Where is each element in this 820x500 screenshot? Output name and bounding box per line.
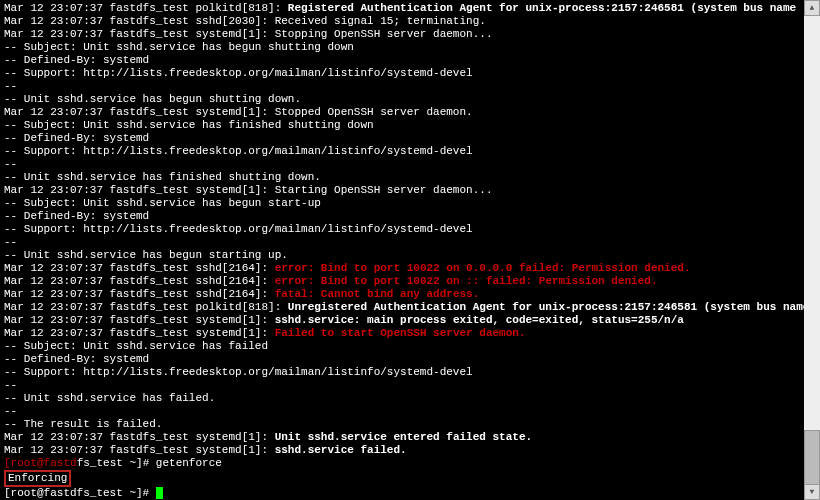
log-line: -- Subject: Unit sshd.service has begun … <box>4 41 816 54</box>
scroll-up-icon[interactable]: ▲ <box>804 0 820 16</box>
log-line: Mar 12 23:07:37 fastdfs_test systemd[1]:… <box>4 106 816 119</box>
log-line: Mar 12 23:07:37 fastdfs_test systemd[1]:… <box>4 28 816 41</box>
log-line: -- Defined-By: systemd <box>4 54 816 67</box>
log-line: -- Subject: Unit sshd.service has failed <box>4 340 816 353</box>
scroll-down-icon[interactable]: ▼ <box>804 484 820 500</box>
log-line: -- <box>4 158 816 171</box>
cursor-icon <box>156 487 163 499</box>
log-line: -- Support: http://lists.freedesktop.org… <box>4 67 816 80</box>
log-line: -- <box>4 405 816 418</box>
log-line: Mar 12 23:07:37 fastdfs_test systemd[1]:… <box>4 444 816 457</box>
log-line: Mar 12 23:07:37 fastdfs_test systemd[1]:… <box>4 184 816 197</box>
terminal-output[interactable]: Mar 12 23:07:37 fastdfs_test polkitd[818… <box>0 0 820 500</box>
log-line: -- Defined-By: systemd <box>4 353 816 366</box>
log-line: Mar 12 23:07:37 fastdfs_test systemd[1]:… <box>4 431 816 444</box>
log-line: -- Support: http://lists.freedesktop.org… <box>4 223 816 236</box>
log-line: Mar 12 23:07:37 fastdfs_test sshd[2164]:… <box>4 262 816 275</box>
log-line: -- Unit sshd.service has begun starting … <box>4 249 816 262</box>
log-line: -- <box>4 236 816 249</box>
log-line: -- Subject: Unit sshd.service has begun … <box>4 197 816 210</box>
log-line: -- Unit sshd.service has failed. <box>4 392 816 405</box>
log-line: Mar 12 23:07:37 fastdfs_test polkitd[818… <box>4 2 816 15</box>
log-line: -- <box>4 379 816 392</box>
log-line: -- <box>4 80 816 93</box>
log-line: Mar 12 23:07:37 fastdfs_test systemd[1]:… <box>4 327 816 340</box>
log-line: -- Subject: Unit sshd.service has finish… <box>4 119 816 132</box>
getenforce-output: Enforcing <box>4 470 816 487</box>
log-line: -- Support: http://lists.freedesktop.org… <box>4 366 816 379</box>
shell-prompt[interactable]: [root@fastdfs_test ~]# <box>4 487 816 500</box>
selinux-mode-highlight: Enforcing <box>4 470 71 487</box>
log-line: Mar 12 23:07:37 fastdfs_test polkitd[818… <box>4 301 816 314</box>
log-line: -- Unit sshd.service has finished shutti… <box>4 171 816 184</box>
log-line: -- The result is failed. <box>4 418 816 431</box>
vertical-scrollbar[interactable]: ▲ ▼ <box>804 0 820 500</box>
log-line: Mar 12 23:07:37 fastdfs_test systemd[1]:… <box>4 314 816 327</box>
log-line: -- Support: http://lists.freedesktop.org… <box>4 145 816 158</box>
log-line: Mar 12 23:07:37 fastdfs_test sshd[2164]:… <box>4 288 816 301</box>
log-line: Mar 12 23:07:37 fastdfs_test sshd[2164]:… <box>4 275 816 288</box>
log-line: -- Defined-By: systemd <box>4 132 816 145</box>
log-line: Mar 12 23:07:37 fastdfs_test sshd[2030]:… <box>4 15 816 28</box>
log-line: -- Defined-By: systemd <box>4 210 816 223</box>
shell-prompt: [root@fastdfs_test ~]# getenforce <box>4 457 816 470</box>
log-line: -- Unit sshd.service has begun shutting … <box>4 93 816 106</box>
